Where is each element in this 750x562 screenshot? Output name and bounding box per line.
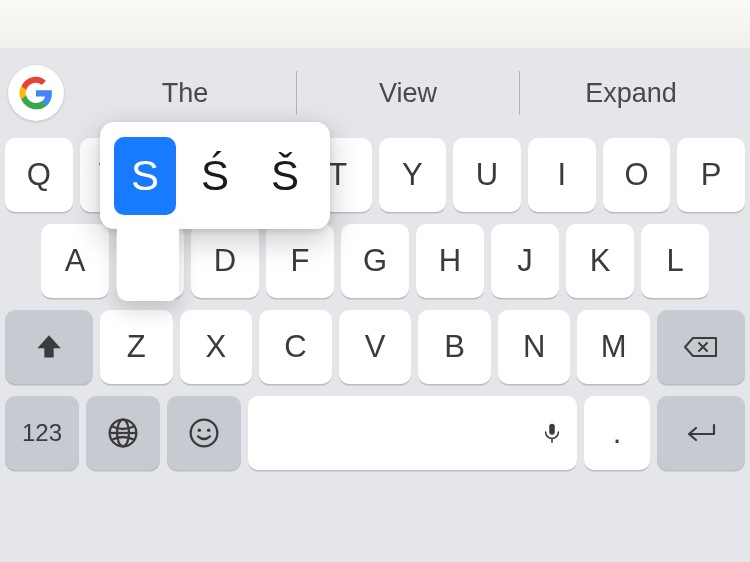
- globe-icon: [107, 417, 139, 449]
- svg-rect-6: [549, 424, 555, 435]
- key-a[interactable]: A: [41, 224, 109, 298]
- globe-key[interactable]: [86, 396, 160, 470]
- enter-key[interactable]: [657, 396, 745, 470]
- key-j[interactable]: J: [491, 224, 559, 298]
- numeric-key[interactable]: 123: [5, 396, 79, 470]
- suggestion-1[interactable]: View: [297, 65, 519, 121]
- key-o[interactable]: O: [603, 138, 671, 212]
- key-i[interactable]: I: [528, 138, 596, 212]
- key-c[interactable]: C: [259, 310, 332, 384]
- key-l[interactable]: L: [641, 224, 709, 298]
- key-k[interactable]: K: [566, 224, 634, 298]
- backspace-icon: [683, 333, 719, 361]
- onscreen-keyboard: The View Expand S Ś Š Q W E R T Y U I O …: [0, 48, 750, 562]
- key-v[interactable]: V: [339, 310, 412, 384]
- key-h[interactable]: H: [416, 224, 484, 298]
- key-y[interactable]: Y: [379, 138, 447, 212]
- key-f[interactable]: F: [266, 224, 334, 298]
- numeric-key-label: 123: [22, 419, 62, 447]
- accent-option-s-caron[interactable]: Š: [254, 137, 316, 215]
- key-row-4: 123: [5, 396, 745, 470]
- key-q[interactable]: Q: [5, 138, 73, 212]
- emoji-icon: [188, 417, 220, 449]
- google-logo-icon: [19, 76, 53, 110]
- key-rows: S Ś Š Q W E R T Y U I O P A S D F G H J …: [0, 128, 750, 470]
- shift-key[interactable]: [5, 310, 93, 384]
- accent-option-s[interactable]: S: [114, 137, 176, 215]
- key-m[interactable]: M: [577, 310, 650, 384]
- suggestion-2[interactable]: Expand: [520, 65, 742, 121]
- svg-point-3: [191, 420, 218, 447]
- key-row-2: A S D F G H J K L: [5, 224, 745, 298]
- space-key[interactable]: [248, 396, 577, 470]
- key-d[interactable]: D: [191, 224, 259, 298]
- accent-popup: S Ś Š: [100, 122, 330, 229]
- mic-icon: [541, 422, 563, 444]
- emoji-key[interactable]: [167, 396, 241, 470]
- shift-icon: [35, 333, 63, 361]
- app-content-area: [0, 0, 750, 48]
- key-u[interactable]: U: [453, 138, 521, 212]
- key-z[interactable]: Z: [100, 310, 173, 384]
- key-p[interactable]: P: [677, 138, 745, 212]
- return-icon: [684, 421, 718, 445]
- suggestion-list: The View Expand: [74, 65, 742, 121]
- suggestion-0[interactable]: The: [74, 65, 296, 121]
- key-n[interactable]: N: [498, 310, 571, 384]
- key-g[interactable]: G: [341, 224, 409, 298]
- svg-point-4: [198, 429, 201, 432]
- suggestion-bar: The View Expand: [0, 58, 750, 128]
- key-x[interactable]: X: [180, 310, 253, 384]
- accent-option-s-acute[interactable]: Ś: [184, 137, 246, 215]
- google-search-button[interactable]: [8, 65, 64, 121]
- delete-key[interactable]: [657, 310, 745, 384]
- key-row-3: Z X C V B N M: [5, 310, 745, 384]
- period-key[interactable]: .: [584, 396, 650, 470]
- svg-point-5: [207, 429, 210, 432]
- key-b[interactable]: B: [418, 310, 491, 384]
